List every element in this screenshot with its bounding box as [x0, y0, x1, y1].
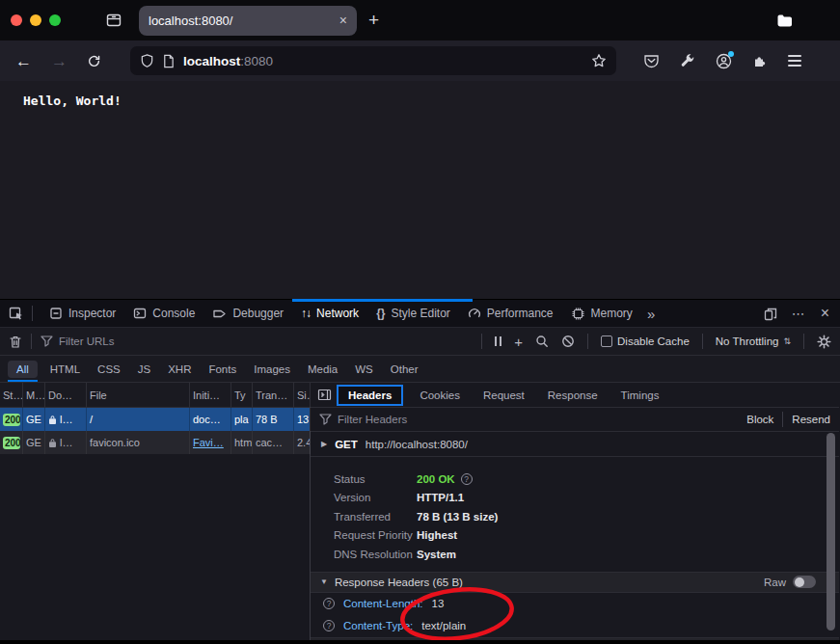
request-row-selected[interactable]: 200 GE l… / doc… pla 78 B 13: [0, 408, 310, 431]
pick-element-icon[interactable]: [9, 306, 24, 321]
pocket-icon[interactable]: [643, 53, 660, 69]
forward-button[interactable]: →: [51, 53, 68, 69]
wrench-icon[interactable]: [680, 53, 695, 68]
col-size[interactable]: Si…: [294, 383, 311, 407]
details-tab-response[interactable]: Response: [536, 389, 610, 401]
tab-overview-icon[interactable]: [776, 13, 793, 28]
navbar-right-icons: [643, 53, 801, 69]
request-row[interactable]: 200 GE l… favicon.ico Favi… htm cac… 2.4: [0, 431, 310, 454]
reload-icon[interactable]: [87, 54, 101, 68]
page-info-icon[interactable]: [162, 54, 175, 68]
browser-tab[interactable]: localhost:8080/ ×: [139, 6, 357, 36]
col-method[interactable]: M…: [23, 383, 45, 407]
tab-debugger[interactable]: Debugger: [203, 300, 292, 327]
search-icon[interactable]: [535, 335, 549, 348]
cell-domain: l…: [45, 408, 87, 431]
cell-type: htm: [231, 431, 253, 454]
summary-label: Version: [334, 492, 417, 503]
twisty-right-icon[interactable]: ▶: [321, 440, 327, 448]
checkbox[interactable]: [601, 335, 612, 347]
filter-media[interactable]: Media: [299, 361, 346, 378]
filter-css[interactable]: CSS: [89, 361, 129, 378]
details-tab-cookies[interactable]: Cookies: [408, 389, 472, 401]
cell-file: /: [87, 408, 190, 431]
details-tab-timings[interactable]: Timings: [610, 389, 671, 401]
filter-js[interactable]: JS: [129, 361, 159, 378]
zoom-window-button[interactable]: [49, 14, 61, 26]
filter-html[interactable]: HTML: [41, 361, 89, 378]
style-editor-icon: {}: [376, 307, 385, 320]
block-icon[interactable]: [561, 335, 575, 348]
shield-icon[interactable]: [140, 53, 154, 68]
active-tab-indicator: [292, 299, 473, 302]
resend-button[interactable]: Resend: [792, 414, 830, 425]
responsive-mode-icon[interactable]: [764, 307, 777, 321]
summary-value: Highest: [417, 529, 457, 541]
tab-network[interactable]: ↑↓ Network: [292, 300, 367, 327]
filter-all[interactable]: All: [8, 361, 38, 378]
request-summary: Status 200 OK ? Version HTTP/1.1 Transfe…: [311, 457, 839, 572]
header-item[interactable]: ? Content-Length: 13: [311, 593, 839, 615]
col-file[interactable]: File: [87, 383, 190, 407]
disable-cache-checkbox[interactable]: Disable Cache: [601, 335, 690, 347]
details-tab-headers[interactable]: Headers: [337, 385, 403, 406]
question-icon[interactable]: ?: [323, 598, 335, 609]
details-tab-request[interactable]: Request: [472, 389, 536, 401]
tab-sidebar-icon[interactable]: [105, 12, 122, 29]
tab-console[interactable]: Console: [124, 300, 203, 327]
request-list-header[interactable]: St… M… Do… File Initi… Ty Tran… Si…: [0, 383, 310, 408]
tab-style-editor[interactable]: {} Style Editor: [367, 300, 459, 327]
gear-icon[interactable]: [817, 335, 831, 349]
filter-headers-input[interactable]: Filter Headers: [338, 414, 407, 425]
col-type[interactable]: Ty: [231, 383, 253, 407]
scrollbar-thumb[interactable]: [826, 433, 835, 631]
summary-status-value: 200 OK ?: [417, 473, 473, 485]
twisty-down-icon[interactable]: ▼: [320, 577, 328, 586]
divider: [587, 334, 588, 349]
throttling-dropdown[interactable]: No Throttling ⇅: [716, 335, 791, 347]
question-icon[interactable]: ?: [461, 473, 473, 485]
filter-images[interactable]: Images: [245, 361, 299, 378]
menu-icon[interactable]: [788, 55, 801, 66]
extensions-icon[interactable]: [752, 53, 768, 68]
clear-requests-icon[interactable]: [9, 335, 22, 349]
more-tabs-icon[interactable]: »: [641, 306, 661, 322]
bookmark-star-icon[interactable]: [591, 53, 607, 68]
minimize-window-button[interactable]: [30, 14, 41, 26]
summary-value: 78 B (13 B size): [417, 511, 498, 523]
summary-row: Status 200 OK ?: [334, 470, 839, 489]
filter-xhr[interactable]: XHR: [159, 361, 200, 378]
tab-inspector[interactable]: Inspector: [41, 300, 124, 327]
header-name: Content-Type:: [343, 620, 413, 631]
new-tab-button[interactable]: +: [368, 10, 379, 31]
new-request-icon[interactable]: +: [514, 334, 523, 350]
filter-fonts[interactable]: Fonts: [200, 361, 245, 378]
split-panel-toggle-icon[interactable]: [317, 389, 332, 401]
col-domain[interactable]: Do…: [45, 383, 87, 407]
raw-toggle[interactable]: [793, 576, 816, 588]
response-headers-section[interactable]: ▼ Response Headers (65 B) Raw: [311, 572, 839, 593]
pause-traffic-icon[interactable]: [495, 336, 501, 346]
col-initiator[interactable]: Initi…: [190, 383, 231, 407]
question-icon[interactable]: ?: [323, 620, 335, 631]
devtools-panel: Inspector Console Debugger ↑: [0, 299, 840, 644]
block-button[interactable]: Block: [746, 414, 773, 425]
tab-close-icon[interactable]: ×: [339, 13, 347, 28]
tab-memory[interactable]: Memory: [562, 300, 641, 327]
devtools-close-icon[interactable]: ×: [821, 305, 829, 322]
col-transferred[interactable]: Tran…: [253, 383, 294, 407]
close-window-button[interactable]: [11, 14, 22, 26]
back-button[interactable]: ←: [15, 53, 32, 69]
lock-icon: [48, 438, 57, 448]
devtools-menu-icon[interactable]: ⋯: [792, 306, 806, 321]
filter-ws[interactable]: WS: [346, 361, 382, 378]
request-url-row[interactable]: ▶ GET http://localhost:8080/: [311, 432, 839, 457]
account-icon[interactable]: [716, 53, 732, 69]
filter-other[interactable]: Other: [382, 361, 427, 378]
tab-performance[interactable]: Performance: [459, 300, 562, 327]
filter-urls-input[interactable]: Filter URLs: [59, 335, 115, 347]
header-item[interactable]: ? Content-Type: text/plain: [311, 615, 839, 637]
col-status[interactable]: St…: [0, 383, 23, 407]
url-bar[interactable]: localhost:8080: [130, 46, 616, 75]
initiator-link[interactable]: Favi…: [193, 437, 224, 448]
